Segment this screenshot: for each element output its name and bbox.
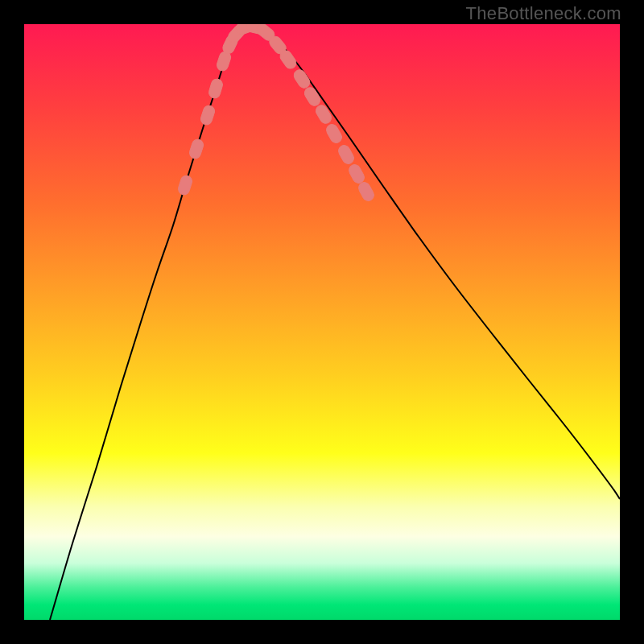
chart-frame: TheBottleneck.com	[0, 0, 644, 644]
chart-svg	[24, 24, 620, 620]
watermark-text: TheBottleneck.com	[466, 3, 621, 24]
plot-area	[24, 24, 620, 620]
